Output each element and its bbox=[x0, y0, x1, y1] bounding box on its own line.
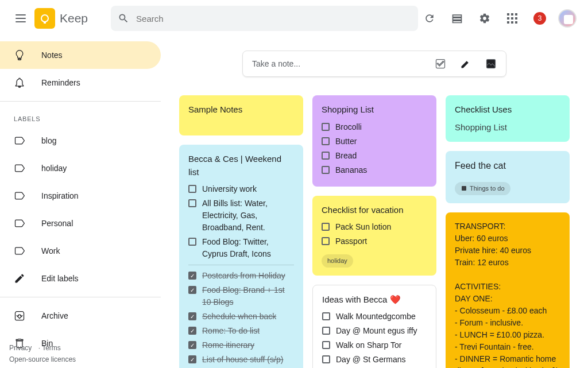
bulb-icon bbox=[14, 49, 25, 61]
checkbox-icon bbox=[322, 341, 330, 349]
new-drawing-icon[interactable] bbox=[460, 58, 471, 69]
note-title: Checklist Uses bbox=[455, 103, 560, 117]
checklist-item[interactable]: Day @ Mount egus iffy bbox=[322, 325, 427, 337]
note-title: Checklist for vacation bbox=[322, 204, 427, 217]
checklist-item[interactable]: Bread bbox=[322, 150, 427, 162]
checkbox-icon bbox=[188, 238, 196, 246]
apps-button[interactable] bbox=[501, 7, 524, 30]
search-bar[interactable] bbox=[111, 6, 418, 31]
badge-count: 3 bbox=[533, 12, 546, 25]
note-ideas[interactable]: Ideas with Becca ❤️ Walk MountedgcombeDa… bbox=[312, 285, 436, 369]
checklist-item[interactable]: All Bills list: Water, Electricity, Gas,… bbox=[188, 197, 294, 234]
new-checklist-icon[interactable] bbox=[435, 58, 446, 69]
checklist-text: Walk Mountedgcombe bbox=[336, 311, 416, 323]
checklist-item[interactable]: Bananas bbox=[322, 164, 427, 176]
checklist-item[interactable]: Walk on Sharp Tor bbox=[322, 339, 427, 351]
checklist-text: Bread bbox=[335, 150, 357, 162]
checklist-text: Food Blog: Brand + 1st 10 Blogs bbox=[202, 284, 294, 308]
labels-header: LABELS bbox=[0, 106, 161, 127]
checkbox-icon bbox=[322, 355, 330, 363]
checklist-item[interactable]: Walk Mountedgcombe bbox=[322, 311, 427, 323]
checklist-item[interactable]: Rome itinerary bbox=[188, 339, 294, 351]
pencil-icon bbox=[14, 273, 25, 284]
checklist-text: List of house stuff (s/p) (kettle) bbox=[202, 354, 294, 368]
note-line: - DINNER = Romantic home dinner. [Spaghe… bbox=[455, 353, 560, 368]
checkbox-icon bbox=[188, 272, 196, 280]
checkbox-icon bbox=[322, 237, 330, 245]
new-image-icon[interactable] bbox=[485, 58, 497, 69]
checklist-item[interactable]: Rome: To do list bbox=[188, 325, 294, 337]
checklist-item[interactable]: Passport bbox=[322, 235, 427, 247]
checklist-text: Brocolli bbox=[335, 121, 362, 133]
label-chip[interactable]: holiday bbox=[322, 254, 353, 268]
note-line: - Forum - inclusive. bbox=[455, 317, 560, 329]
note-line: - LUNCH = £10.00 pizza. bbox=[455, 329, 560, 341]
note-feed-cat[interactable]: Feed the cat Things to do bbox=[446, 151, 570, 203]
note-becca[interactable]: Becca & Ces | Weekend list University wo… bbox=[179, 145, 303, 368]
checklist-item[interactable]: Food Blog: Brand + 1st 10 Blogs bbox=[188, 284, 294, 308]
note-title: Becca & Ces | Weekend list bbox=[188, 153, 294, 179]
checklist-item[interactable]: Schedule when back bbox=[188, 311, 294, 323]
nav-label-blog[interactable]: blog bbox=[0, 127, 161, 154]
privacy-link[interactable]: Privacy bbox=[9, 344, 32, 352]
checkbox-icon bbox=[188, 199, 196, 207]
account-button[interactable] bbox=[556, 7, 579, 30]
nav-label-personal[interactable]: Personal bbox=[0, 210, 161, 237]
nav-archive[interactable]: Archive bbox=[0, 302, 161, 330]
nav-label-inspiration[interactable]: Inspiration bbox=[0, 182, 161, 210]
take-note-bar[interactable]: Take a note... bbox=[242, 51, 506, 77]
licences-link[interactable]: Open-source licences bbox=[9, 355, 76, 363]
label-chip[interactable]: Things to do bbox=[455, 182, 510, 195]
note-line: Uber: 60 euros bbox=[455, 233, 560, 245]
note-title: Ideas with Becca ❤️ bbox=[322, 293, 427, 307]
checklist-item[interactable]: Food Blog: Twitter, Cyprus Draft, Icons bbox=[188, 236, 294, 260]
chip-text: Things to do bbox=[470, 184, 505, 193]
settings-button[interactable] bbox=[473, 7, 496, 30]
checklist-text: Day @ Mount egus iffy bbox=[336, 325, 417, 337]
checklist-item[interactable]: Butter bbox=[322, 135, 427, 148]
note-line: Train: 12 euros bbox=[455, 257, 560, 269]
note-shopping[interactable]: Shopping List BrocolliButterBreadBananas bbox=[312, 95, 436, 187]
search-input[interactable] bbox=[136, 14, 411, 24]
logo[interactable]: Keep bbox=[34, 8, 88, 29]
note-transport[interactable]: TRANSPORT: Uber: 60 euros Private hire: … bbox=[446, 212, 570, 368]
note-line: - Trevi Fountain - free. bbox=[455, 341, 560, 353]
checklist-item[interactable]: University work bbox=[188, 183, 294, 195]
notifications-badge[interactable]: 3 bbox=[528, 7, 551, 30]
label-icon bbox=[14, 162, 25, 174]
checklist-text: Food Blog: Twitter, Cyprus Draft, Icons bbox=[202, 236, 294, 260]
refresh-button[interactable] bbox=[418, 7, 441, 30]
checkbox-icon bbox=[188, 355, 196, 363]
main-menu-button[interactable] bbox=[9, 7, 32, 30]
nav-label: holiday bbox=[41, 164, 67, 173]
checkbox-icon bbox=[188, 185, 196, 193]
nav-label-holiday[interactable]: holiday bbox=[0, 154, 161, 182]
apps-icon bbox=[507, 13, 517, 24]
note-sample[interactable]: Sample Notes bbox=[179, 95, 303, 135]
svg-rect-1 bbox=[462, 186, 466, 191]
nav-label-work[interactable]: Work bbox=[0, 237, 161, 265]
checklist-item[interactable]: Pack Sun lotion bbox=[322, 221, 427, 233]
nav-reminders[interactable]: Reminders bbox=[0, 69, 161, 96]
checklist-item[interactable]: Postcards from Holiday bbox=[188, 270, 294, 282]
nav-label: Reminders bbox=[41, 78, 80, 87]
checklist-text: University work bbox=[202, 183, 257, 195]
terms-link[interactable]: Terms bbox=[42, 344, 61, 352]
list-view-button[interactable] bbox=[446, 7, 469, 30]
list-view-icon bbox=[451, 13, 463, 24]
note-body: Shopping List bbox=[455, 121, 560, 134]
note-checklist-uses[interactable]: Checklist Uses Shopping List bbox=[446, 95, 570, 142]
nav-label: Archive bbox=[41, 311, 68, 320]
checklist-item[interactable]: Day @ St Germans bbox=[322, 354, 427, 366]
checklist-text: Day @ St Germans bbox=[336, 354, 406, 366]
checklist-item[interactable]: Brocolli bbox=[322, 121, 427, 133]
nav-notes[interactable]: Notes bbox=[0, 41, 161, 69]
note-vacation[interactable]: Checklist for vacation Pack Sun lotionPa… bbox=[312, 196, 436, 276]
bell-icon bbox=[14, 77, 25, 88]
checklist-text: Walk on Sharp Tor bbox=[336, 339, 401, 351]
nav-label: blog bbox=[41, 136, 56, 145]
footer-links: Privacy · Terms Open-source licences bbox=[9, 344, 80, 363]
nav-edit-labels[interactable]: Edit labels bbox=[0, 265, 161, 292]
checklist-item[interactable]: List of house stuff (s/p) (kettle) bbox=[188, 354, 294, 368]
note-line: DAY ONE: bbox=[455, 293, 560, 305]
